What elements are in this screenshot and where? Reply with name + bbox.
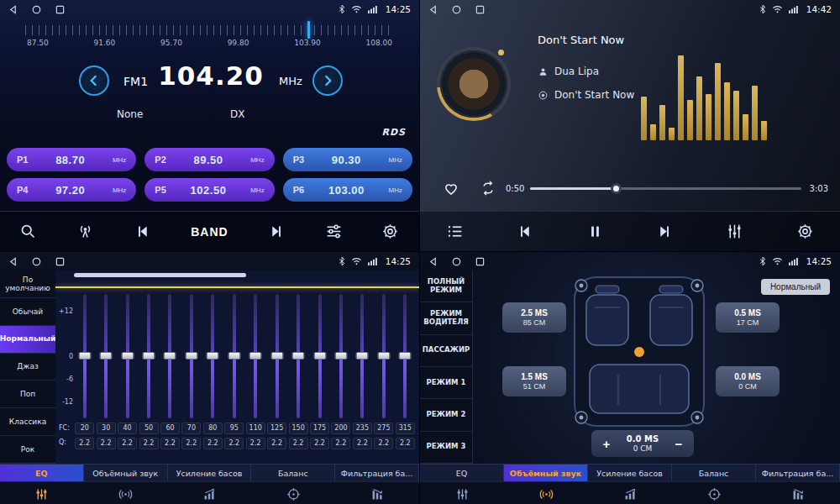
back-icon[interactable] xyxy=(8,257,18,266)
audio-tab[interactable]: Усиление басов xyxy=(588,465,672,481)
eq-preset-item[interactable]: По умолчанию xyxy=(0,270,55,298)
eq-slider-knob[interactable] xyxy=(313,352,326,360)
audio-tab[interactable]: EQ xyxy=(0,465,84,481)
delay-increase-button[interactable]: + xyxy=(599,437,614,451)
band-button[interactable]: BAND xyxy=(191,225,228,239)
rear-right-delay-button[interactable]: 0.0 MS 0 CM xyxy=(716,366,780,396)
balance-icon[interactable] xyxy=(672,482,756,504)
home-icon[interactable] xyxy=(452,257,461,266)
playlist-icon[interactable] xyxy=(446,223,464,240)
prev-track-icon[interactable] xyxy=(134,223,151,240)
listening-mode-item[interactable]: РЕЖИМ 1 xyxy=(420,367,472,399)
eq-slider-knob[interactable] xyxy=(207,352,219,360)
preset-button[interactable]: P4 97.20 MHz xyxy=(7,178,136,202)
home-icon[interactable] xyxy=(32,5,41,14)
eq-band-slider[interactable] xyxy=(245,292,266,420)
listening-mode-item[interactable]: РЕЖИМ 2 xyxy=(420,399,472,431)
tuning-ruler[interactable] xyxy=(25,25,394,35)
next-track-icon[interactable] xyxy=(268,223,286,240)
settings-gear-icon[interactable] xyxy=(796,223,814,240)
eq-preset-item[interactable]: Классика xyxy=(0,408,55,436)
eq-preset-item[interactable]: Поп xyxy=(0,381,55,408)
filter-icon[interactable] xyxy=(756,482,840,504)
eq-slider-knob[interactable] xyxy=(164,352,176,360)
bass-boost-icon[interactable] xyxy=(588,482,672,504)
listening-mode-item[interactable]: РЕЖИМ 3 xyxy=(420,432,472,464)
prev-track-icon[interactable] xyxy=(516,223,533,240)
eq-preset-item[interactable]: Рок xyxy=(0,436,55,464)
pause-icon[interactable] xyxy=(586,223,604,240)
radio-stations-icon[interactable] xyxy=(76,223,94,240)
eq-slider-knob[interactable] xyxy=(121,352,134,360)
tune-sliders-icon[interactable] xyxy=(325,223,343,240)
mixer-icon[interactable] xyxy=(726,223,743,240)
preset-button[interactable]: P1 88.70 MHz xyxy=(7,148,136,171)
audio-tab[interactable]: Усиление басов xyxy=(168,465,252,481)
back-icon[interactable] xyxy=(428,257,438,266)
eq-band-slider[interactable] xyxy=(74,292,95,420)
listening-mode-item[interactable]: ПОЛНЫЙ РЕЖИМ xyxy=(420,270,472,302)
eq-band-slider[interactable] xyxy=(202,292,223,420)
eq-slider-knob[interactable] xyxy=(143,352,155,360)
repeat-icon[interactable] xyxy=(480,180,496,197)
audio-tab[interactable]: Баланс xyxy=(672,465,756,481)
eq-sliders-icon[interactable] xyxy=(0,482,84,504)
eq-slider-knob[interactable] xyxy=(399,352,412,360)
back-icon[interactable] xyxy=(428,5,438,14)
recents-icon[interactable] xyxy=(475,257,485,266)
tune-up-button[interactable] xyxy=(312,66,343,96)
home-icon[interactable] xyxy=(452,5,461,14)
tune-down-button[interactable] xyxy=(79,66,109,96)
recents-icon[interactable] xyxy=(475,5,485,14)
back-icon[interactable] xyxy=(8,5,18,14)
recents-icon[interactable] xyxy=(55,257,65,266)
preset-button[interactable]: P2 89.50 MHz xyxy=(144,148,274,171)
balance-icon[interactable] xyxy=(251,482,335,504)
eq-band-slider[interactable] xyxy=(287,292,308,420)
audio-tab[interactable]: Баланс xyxy=(251,465,335,481)
eq-band-slider[interactable] xyxy=(395,292,416,420)
eq-band-slider[interactable] xyxy=(117,292,138,420)
eq-slider-knob[interactable] xyxy=(249,352,262,360)
eq-slider-knob[interactable] xyxy=(270,352,283,360)
eq-band-slider[interactable] xyxy=(309,292,330,420)
audio-tab[interactable]: EQ xyxy=(420,465,504,481)
eq-preset-item[interactable]: Джаз xyxy=(0,354,55,381)
eq-band-slider[interactable] xyxy=(266,292,287,420)
eq-slider-knob[interactable] xyxy=(356,352,369,360)
recents-icon[interactable] xyxy=(55,5,65,14)
front-right-delay-button[interactable]: 0.5 MS 17 CM xyxy=(716,302,780,333)
delay-decrease-button[interactable]: − xyxy=(671,437,686,451)
eq-slider-knob[interactable] xyxy=(78,352,91,360)
eq-slider-knob[interactable] xyxy=(292,352,305,360)
front-left-delay-button[interactable]: 2.5 MS 85 CM xyxy=(502,302,566,333)
seek-bar[interactable] xyxy=(530,187,801,190)
favorite-heart-icon[interactable] xyxy=(443,180,459,197)
surround-sound-icon[interactable] xyxy=(84,482,168,504)
surround-sound-icon[interactable] xyxy=(504,482,588,504)
eq-slider-knob[interactable] xyxy=(100,352,113,360)
eq-band-slider[interactable] xyxy=(138,292,159,420)
audio-tab[interactable]: Фильтрация ба... xyxy=(756,465,840,481)
settings-gear-icon[interactable] xyxy=(381,223,399,240)
next-track-icon[interactable] xyxy=(656,223,674,240)
eq-band-slider[interactable] xyxy=(181,292,202,420)
eq-band-slider[interactable] xyxy=(160,292,181,420)
rear-left-delay-button[interactable]: 1.5 MS 51 CM xyxy=(502,366,566,396)
audio-tab[interactable]: Фильтрация ба... xyxy=(335,465,419,481)
eq-slider-knob[interactable] xyxy=(185,352,197,360)
home-icon[interactable] xyxy=(32,257,41,266)
audio-tab[interactable]: Объёмный звук xyxy=(84,465,168,481)
filter-icon[interactable] xyxy=(335,482,419,504)
search-icon[interactable] xyxy=(19,223,37,240)
preset-button[interactable]: P3 90.30 MHz xyxy=(283,148,412,171)
listening-mode-item[interactable]: РЕЖИМ ВОДИТЕЛЯ xyxy=(420,302,472,334)
sound-profile-button[interactable]: Нормальный xyxy=(761,279,830,295)
preset-button[interactable]: P6 103.00 MHz xyxy=(283,178,412,202)
preset-button[interactable]: P5 102.50 MHz xyxy=(144,178,274,202)
eq-band-slider[interactable] xyxy=(95,292,116,420)
audio-tab[interactable]: Объёмный звук xyxy=(504,465,588,481)
eq-band-slider[interactable] xyxy=(330,292,351,420)
eq-sliders-icon[interactable] xyxy=(420,482,504,504)
eq-slider-knob[interactable] xyxy=(377,352,390,360)
